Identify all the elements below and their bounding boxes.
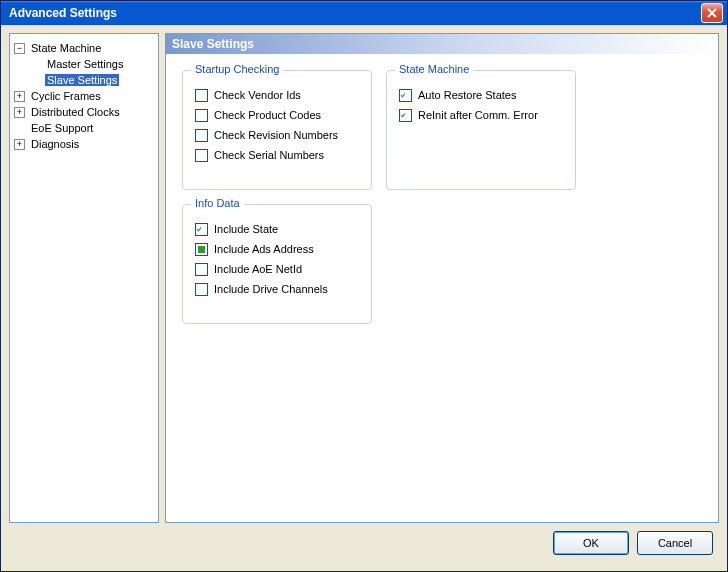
expand-icon[interactable]: −	[14, 43, 25, 54]
checkbox-auto-restore-states[interactable]: Auto Restore States	[399, 85, 563, 105]
checkbox-label: Include AoE NetId	[214, 263, 302, 275]
tree-item-cyclic-frames[interactable]: + Cyclic Frames	[12, 88, 156, 104]
dialog-window: Advanced Settings − State Machine Master…	[0, 0, 728, 572]
checkbox-box	[195, 283, 208, 296]
close-button[interactable]	[701, 3, 723, 23]
titlebar: Advanced Settings	[1, 1, 727, 25]
checkbox-box	[399, 89, 412, 102]
window-title: Advanced Settings	[9, 6, 701, 20]
tree-label: State Machine	[29, 42, 103, 54]
button-label: Cancel	[658, 537, 692, 549]
group-legend: Info Data	[191, 197, 244, 209]
checkbox-label: Check Revision Numbers	[214, 129, 338, 141]
checkbox-check-vendor-ids[interactable]: Check Vendor Ids	[195, 85, 359, 105]
checkbox-include-aoe-netid[interactable]: Include AoE NetId	[195, 259, 359, 279]
checkbox-label: Check Serial Numbers	[214, 149, 324, 161]
expand-icon[interactable]: +	[14, 139, 25, 150]
checkbox-box	[399, 109, 412, 122]
button-bar: OK Cancel	[9, 523, 719, 563]
tree-label: Slave Settings	[45, 74, 119, 86]
tree-panel: − State Machine Master Settings Slave Se…	[9, 33, 159, 523]
checkbox-box	[195, 149, 208, 162]
checkbox-box	[195, 263, 208, 276]
checkbox-label: Include Ads Address	[214, 243, 314, 255]
tree-label: Diagnosis	[29, 138, 81, 150]
section-header: Slave Settings	[166, 34, 718, 54]
dialog-body: − State Machine Master Settings Slave Se…	[1, 25, 727, 571]
tree-label: Master Settings	[45, 58, 125, 70]
checkbox-label: Check Vendor Ids	[214, 89, 301, 101]
checkbox-label: Include State	[214, 223, 278, 235]
checkbox-box	[195, 89, 208, 102]
group-startup-checking: Startup Checking Check Vendor Ids Check …	[182, 70, 372, 190]
checkbox-include-ads-address[interactable]: Include Ads Address	[195, 239, 359, 259]
tree-item-distributed-clocks[interactable]: + Distributed Clocks	[12, 104, 156, 120]
content-panel: Slave Settings Startup Checking Check Ve…	[165, 33, 719, 523]
checkbox-include-drive-channels[interactable]: Include Drive Channels	[195, 279, 359, 299]
tree-item-diagnosis[interactable]: + Diagnosis	[12, 136, 156, 152]
tree-label: Cyclic Frames	[29, 90, 103, 102]
cancel-button[interactable]: Cancel	[637, 531, 713, 555]
checkbox-box	[195, 129, 208, 142]
tree-item-eoe-support[interactable]: EoE Support	[12, 120, 156, 136]
expand-icon[interactable]: +	[14, 107, 25, 118]
group-info-data: Info Data Include State Include Ads Addr…	[182, 204, 372, 324]
ok-button[interactable]: OK	[553, 531, 629, 555]
checkbox-check-product-codes[interactable]: Check Product Codes	[195, 105, 359, 125]
checkbox-label: Auto Restore States	[418, 89, 516, 101]
checkbox-box	[195, 109, 208, 122]
checkbox-reinit-after-comm-error[interactable]: ReInit after Comm. Error	[399, 105, 563, 125]
checkbox-check-revision-numbers[interactable]: Check Revision Numbers	[195, 125, 359, 145]
section-body: Startup Checking Check Vendor Ids Check …	[166, 54, 718, 340]
checkbox-box	[195, 223, 208, 236]
tree-label: Distributed Clocks	[29, 106, 122, 118]
button-label: OK	[583, 537, 599, 549]
group-legend: Startup Checking	[191, 63, 283, 75]
checkbox-label: ReInit after Comm. Error	[418, 109, 538, 121]
checkbox-include-state[interactable]: Include State	[195, 219, 359, 239]
tree-item-slave-settings[interactable]: Slave Settings	[12, 72, 156, 88]
tree-label: EoE Support	[29, 122, 95, 134]
checkbox-label: Check Product Codes	[214, 109, 321, 121]
tree-item-master-settings[interactable]: Master Settings	[12, 56, 156, 72]
expand-icon[interactable]: +	[14, 91, 25, 102]
group-legend: State Machine	[395, 63, 473, 75]
section-title: Slave Settings	[172, 37, 254, 51]
checkbox-check-serial-numbers[interactable]: Check Serial Numbers	[195, 145, 359, 165]
checkbox-label: Include Drive Channels	[214, 283, 328, 295]
tree-item-state-machine[interactable]: − State Machine	[12, 40, 156, 56]
close-icon	[707, 8, 717, 18]
checkbox-box	[195, 243, 208, 256]
group-state-machine: State Machine Auto Restore States ReInit…	[386, 70, 576, 190]
split-pane: − State Machine Master Settings Slave Se…	[9, 33, 719, 523]
